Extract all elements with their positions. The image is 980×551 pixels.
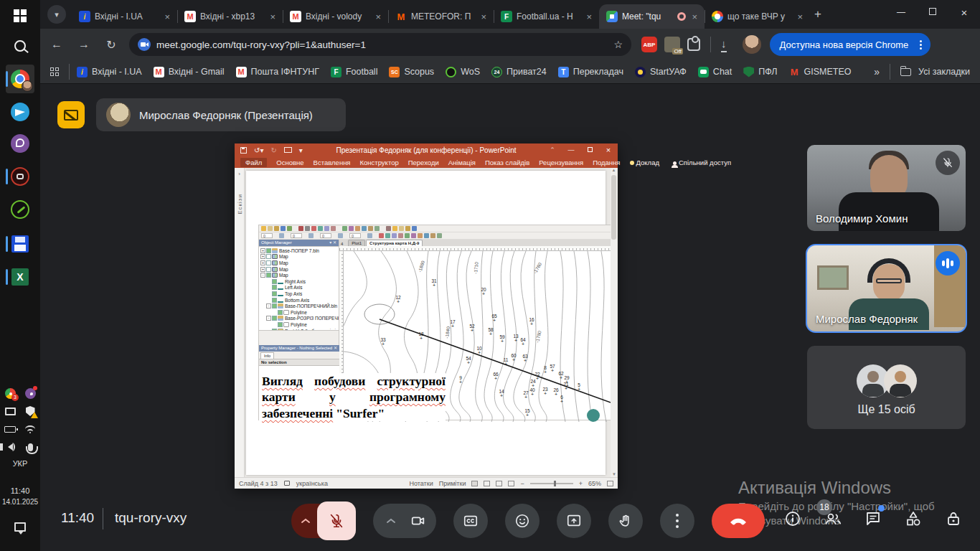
bookmark-item[interactable]: MВхідні - Gmail xyxy=(154,67,225,77)
extensions-puzzle-icon[interactable] xyxy=(687,38,700,51)
chat-button[interactable] xyxy=(862,507,884,531)
tree-checkbox[interactable] xyxy=(266,248,271,253)
video-tile-khomyn[interactable]: Володимир Хомин xyxy=(807,145,966,231)
zoom-in-icon[interactable]: + xyxy=(579,480,583,487)
tab-close-icon[interactable]: × xyxy=(796,11,804,22)
surfer-tool-icon[interactable] xyxy=(412,226,417,231)
tree-item[interactable]: -Base-РОЗРІЗ ПОПЕРЕЧНИЙ Н,Д-9.bln xyxy=(260,316,339,322)
surfer-tool-icon[interactable] xyxy=(362,226,367,231)
reactions-button[interactable] xyxy=(505,504,540,538)
surfer-tool-icon[interactable] xyxy=(261,226,266,231)
comments-button[interactable]: Примітки xyxy=(439,480,466,487)
tree-checkbox[interactable] xyxy=(272,285,277,290)
bookmark-item[interactable]: 24Приват24 xyxy=(491,67,547,77)
tree-checkbox[interactable] xyxy=(272,298,277,303)
fit-window-icon[interactable] xyxy=(607,481,613,486)
tree-item[interactable]: Right Axis xyxy=(260,278,339,285)
ribbon-tab[interactable]: Подання xyxy=(593,159,620,166)
save-icon[interactable] xyxy=(240,147,247,154)
tree-expander-icon[interactable]: + xyxy=(260,248,265,253)
tree-expander-icon[interactable]: - xyxy=(266,303,271,309)
tree-item[interactable]: -Base-ПОПЕРЕЧНИЙ.bln xyxy=(260,303,339,309)
sorter-view-icon[interactable] xyxy=(484,481,490,486)
tab-close-icon[interactable]: × xyxy=(479,11,488,22)
tree-item[interactable]: Top Axis xyxy=(260,291,339,297)
redo-icon[interactable]: ↻ xyxy=(270,146,276,154)
surfer-tool-icon[interactable] xyxy=(379,233,384,238)
taskbar-editor-button[interactable] xyxy=(6,195,34,224)
tree-expander-icon[interactable]: + xyxy=(260,260,265,265)
tree-item[interactable]: +Map xyxy=(260,266,339,273)
camera-button[interactable] xyxy=(405,513,432,529)
tab-close-icon[interactable]: × xyxy=(268,11,277,22)
tab-close-icon[interactable]: × xyxy=(163,11,171,22)
surfer-tool-icon[interactable] xyxy=(374,226,380,231)
tree-expander-icon[interactable]: + xyxy=(260,254,265,259)
tree-expander-icon[interactable]: - xyxy=(260,273,265,278)
tree-checkbox[interactable] xyxy=(272,303,277,309)
surfer-tool-icon[interactable] xyxy=(437,233,442,238)
tree-item[interactable]: Polyline xyxy=(260,321,339,328)
plot-tab-active[interactable]: Структурна карта Н,Д-9 xyxy=(366,240,423,246)
ribbon-options-icon[interactable]: ⌃ xyxy=(543,146,562,154)
surfer-tool-icon[interactable] xyxy=(331,226,336,231)
more-options-button[interactable] xyxy=(660,504,694,538)
tree-item[interactable]: Left Axis xyxy=(260,285,339,291)
mic-options-chevron[interactable] xyxy=(291,504,320,538)
mic-mute-button[interactable] xyxy=(317,501,356,540)
ribbon-tab[interactable]: Переходи xyxy=(408,159,439,166)
minimize-button[interactable]: — xyxy=(885,7,917,17)
tree-checkbox[interactable] xyxy=(266,260,271,265)
tree-checkbox[interactable] xyxy=(278,322,283,327)
wifi-tray-icon[interactable] xyxy=(24,423,36,435)
tab-close-icon[interactable]: × xyxy=(585,11,593,22)
slideshow-icon[interactable] xyxy=(284,147,292,153)
new-tab-button[interactable]: + xyxy=(814,7,821,22)
surfer-tool-icon[interactable] xyxy=(349,226,354,231)
mic-tray-icon[interactable] xyxy=(24,441,36,453)
surfer-tool-icon[interactable] xyxy=(355,226,360,231)
meeting-details-button[interactable] xyxy=(782,507,804,531)
profile-avatar-button[interactable] xyxy=(743,35,761,54)
viber-tray-icon[interactable] xyxy=(24,387,36,399)
surfer-tool-icon[interactable] xyxy=(281,226,286,231)
surfer-coord-field[interactable]: 0 xyxy=(261,233,273,238)
proofing-icon[interactable] xyxy=(284,481,290,486)
display-tray-icon[interactable] xyxy=(4,405,16,417)
tree-checkbox[interactable] xyxy=(278,310,283,315)
browser-tab[interactable]: MВхідні - volody× xyxy=(283,4,388,29)
presenter-label-pill[interactable]: Мирослав Федорняк (Презентація) xyxy=(96,98,346,131)
object-manager-tree[interactable]: +Base-ПОПЕР 7.bln+Map+Map+Map-MapRight A… xyxy=(259,246,339,331)
captions-button[interactable] xyxy=(453,504,488,538)
tree-item[interactable]: Polyline xyxy=(260,309,339,316)
surfer-coord-field[interactable]: 0 xyxy=(349,233,361,238)
surfer-tool-icon[interactable] xyxy=(386,226,391,231)
surfer-tool-icon[interactable] xyxy=(342,226,347,231)
surfer-tool-icon[interactable] xyxy=(367,233,372,238)
surfer-tool-icon[interactable] xyxy=(287,226,292,231)
tree-checkbox[interactable] xyxy=(272,279,277,284)
bookmark-item[interactable]: StartУАФ xyxy=(635,67,687,77)
tree-expander-icon[interactable]: - xyxy=(266,316,271,321)
close-button[interactable]: × xyxy=(948,6,980,19)
undo-icon[interactable]: ↺▾ xyxy=(254,146,263,154)
tab-close-icon[interactable]: × xyxy=(374,11,382,22)
taskbar-search-button[interactable] xyxy=(6,32,34,60)
surfer-tool-icon[interactable] xyxy=(424,233,429,238)
people-button[interactable]: 18 xyxy=(822,507,844,531)
tree-item[interactable]: +Map xyxy=(260,254,339,260)
taskbar-viber-button[interactable] xyxy=(6,129,34,158)
tree-item[interactable]: +Map xyxy=(260,260,339,266)
taskbar-save-app-button[interactable] xyxy=(6,230,34,258)
clock-date[interactable]: 14.01.2025 xyxy=(0,498,40,506)
tab-close-icon[interactable]: × xyxy=(690,11,699,22)
tree-checkbox[interactable] xyxy=(266,267,271,272)
surfer-tool-icon[interactable] xyxy=(392,233,397,238)
tree-expander-icon[interactable]: + xyxy=(260,267,265,272)
ribbon-tab[interactable]: Анімація xyxy=(448,159,476,166)
address-bar[interactable]: meet.google.com/tqu-rory-vxy?pli=1&authu… xyxy=(129,33,631,56)
language-label[interactable]: українська xyxy=(296,480,328,487)
tab-search-button[interactable]: ▾ xyxy=(47,5,66,24)
surfer-tool-icon[interactable] xyxy=(368,226,373,231)
raise-hand-button[interactable] xyxy=(608,504,643,538)
